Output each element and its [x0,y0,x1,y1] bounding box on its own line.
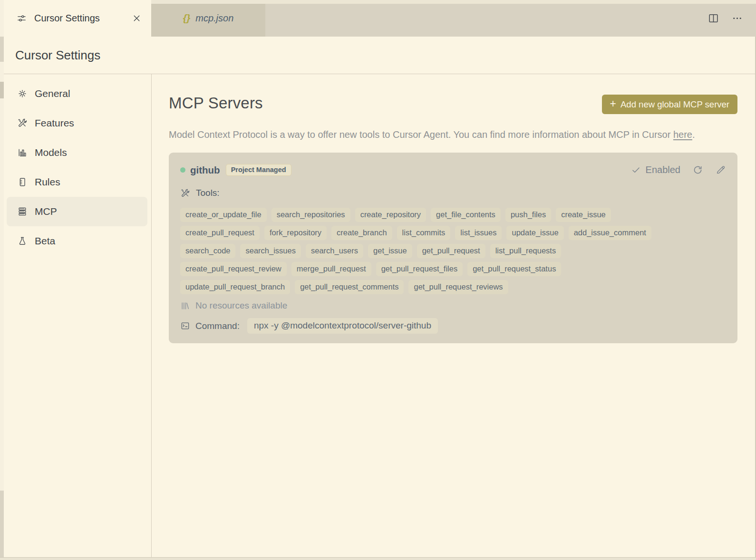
left-edge-segment [0,37,4,62]
tool-tag: create_branch [331,226,392,240]
sidebar-item-label: Beta [35,235,55,247]
beaker-icon [17,236,28,246]
tab-cursor-settings[interactable]: Cursor Settings [4,0,151,37]
tool-tag: search_issues [240,244,300,258]
command-label: Command: [195,321,240,331]
edit-pencil-icon[interactable] [715,164,726,175]
bar-chart-icon [17,147,28,158]
tab-label: mcp.json [195,13,233,24]
server-status-dot [180,167,185,173]
editor-actions [708,0,756,37]
tool-tag: get_pull_request_status [467,262,561,276]
enabled-label: Enabled [646,164,680,175]
left-edge-segment [0,491,4,557]
tool-tag-row: create_pull_request_reviewmerge_pull_req… [180,262,726,276]
tool-tag: list_issues [455,226,502,240]
tool-tag: fork_repository [264,226,327,240]
tool-tag: create_or_update_file [180,208,267,222]
page-title: MCP Servers [169,94,263,112]
tool-tag: get_pull_request [417,244,485,258]
sidebar-item-label: Models [35,147,67,158]
sidebar-item-label: MCP [35,206,57,217]
tool-tag: get_issue [368,244,412,258]
project-managed-badge: Project Managed [226,164,291,176]
window-left-edge [0,0,4,557]
plus-icon: + [610,98,616,109]
tool-tag: get_file_contents [431,208,501,222]
library-icon [180,301,190,311]
server-stack-icon [17,206,28,217]
command-value: npx -y @modelcontextprotocol/server-gith… [247,318,438,334]
tool-tag: search_users [306,244,363,258]
tool-tag-row: search_codesearch_issuessearch_usersget_… [180,244,726,258]
window-bottom-edge [0,557,756,560]
tab-label: Cursor Settings [34,13,100,24]
sidebar-item-beta[interactable]: Beta [7,226,147,256]
tool-tag: get_pull_request_files [376,262,463,276]
resources-text: No resources available [195,300,287,311]
settings-header: Cursor Settings [0,37,756,74]
enabled-toggle[interactable]: Enabled [631,164,680,175]
sidebar-item-label: Rules [35,176,60,188]
mcp-server-card-github: github Project Managed Enabled [169,153,737,343]
tool-tag: search_code [180,244,235,258]
tool-tag-row: update_pull_request_branchget_pull_reque… [180,280,726,294]
tools-icon [17,118,28,128]
tool-tag: list_commits [397,226,451,240]
tool-tag: add_issue_comment [569,226,651,240]
refresh-icon[interactable] [692,164,703,175]
tool-tag: merge_pull_request [291,262,371,276]
tool-tag-row: create_or_update_filesearch_repositories… [180,208,726,222]
tool-tag: update_pull_request_branch [180,280,290,294]
sidebar-item-label: Features [35,117,74,129]
gear-icon [17,88,28,99]
tool-tag: get_pull_request_reviews [408,280,508,294]
tool-tag: list_pull_requests [490,244,562,258]
settings-sidebar: GeneralFeaturesModelsRulesMCPBeta [4,74,152,557]
sliders-icon [16,13,27,24]
tab-strip-top-edge [151,0,756,4]
sidebar-item-label: General [35,88,70,99]
tool-tag-row: create_pull_requestfork_repositorycreate… [180,226,726,240]
tools-icon [180,188,190,198]
tool-tag: create_pull_request [180,226,260,240]
check-icon [631,165,641,175]
tab-mcp-json[interactable]: {} mcp.json [151,0,265,37]
tool-tag: create_pull_request_review [180,262,287,276]
tool-tag: search_repositories [271,208,350,222]
close-icon[interactable] [132,13,142,23]
tools-label: Tools: [196,188,220,198]
tool-tag: push_files [505,208,551,222]
server-name: github [190,164,220,176]
ruled-page-icon [17,177,28,187]
tool-tag: update_issue [506,226,563,240]
tool-tag-rows: create_or_update_filesearch_repositories… [180,208,726,294]
settings-title: Cursor Settings [15,48,100,63]
here-link[interactable]: here [673,129,692,140]
split-editor-icon[interactable] [708,12,719,24]
sidebar-item-general[interactable]: General [7,79,147,108]
terminal-icon [180,321,190,331]
tool-tag: create_issue [556,208,611,222]
tool-tag: create_repository [355,208,426,222]
sidebar-item-models[interactable]: Models [7,138,147,167]
editor-tab-bar: Cursor Settings {} mcp.json [0,0,756,37]
sidebar-item-rules[interactable]: Rules [7,167,147,197]
mcp-description: Model Context Protocol is a way to offer… [169,126,735,143]
mcp-settings-panel: MCP Servers + Add new global MCP server … [152,74,756,557]
json-braces-icon: {} [183,13,191,24]
sidebar-item-mcp[interactable]: MCP [7,197,147,226]
add-global-mcp-server-button[interactable]: + Add new global MCP server [602,95,737,114]
left-edge-segment [0,82,4,98]
more-actions-icon[interactable] [731,12,743,24]
tool-tag: get_pull_request_comments [295,280,404,294]
sidebar-item-features[interactable]: Features [7,108,147,138]
